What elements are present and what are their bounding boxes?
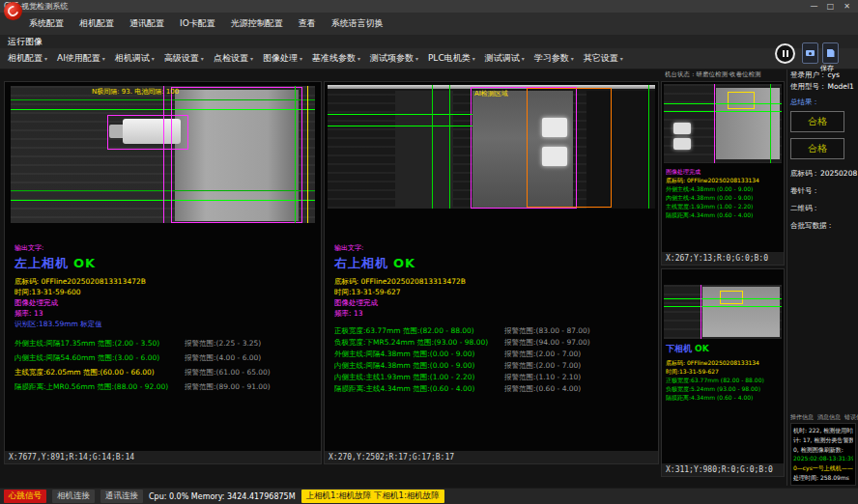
barcode-value: 20250208 (820, 169, 857, 178)
alarm-range: 报警范围:(89.00 - 91.00) (185, 379, 271, 394)
result-line: 下相机OK (666, 343, 709, 355)
toolbar-item[interactable]: AI使用配置▾ (57, 52, 105, 65)
minimize-button[interactable]: — (807, 1, 821, 13)
login-user-label: 登录用户： (790, 70, 827, 79)
stats-tab[interactable]: 操作信息 (790, 413, 814, 422)
measurement-row: 隔膜距离:主线4.34mm 范围:(0.60 - 4.00) 报警范围:(0.6… (334, 383, 652, 395)
camera-image-small-bottom[interactable] (664, 285, 782, 339)
alarm-range: 报警范围:(1.10 - 2.10) (504, 372, 581, 383)
logo-swirl-icon (6, 4, 20, 18)
roi-rect-magenta (171, 87, 302, 223)
menu-item[interactable]: 系统配置 (29, 17, 64, 30)
toolbar-item[interactable]: 测试项参数▾ (370, 52, 418, 65)
tab-run-image[interactable]: 运行图像 (8, 36, 43, 48)
result-box: 合格 (790, 138, 844, 159)
barcode-label: 底标码： (790, 169, 819, 178)
toolbar-item-label: 相机调试 (115, 52, 150, 65)
menu-item[interactable]: 相机配置 (79, 17, 114, 30)
menu-item[interactable]: 查看 (299, 17, 316, 30)
save-button[interactable] (822, 42, 839, 64)
toolbar-item[interactable]: 基准线参数▾ (312, 52, 360, 65)
heartbeat-indicator: 心跳信号 (4, 490, 46, 503)
measure-value: 外侧主线:间隔17.35mm 范围:(2.00 - 3.50) (14, 336, 185, 350)
model-label: 使用型号： (790, 82, 827, 91)
login-user-row: 登录用户：cys (790, 70, 856, 81)
toolbar-item[interactable]: 点检设置▾ (214, 52, 253, 65)
camera-link-indicator: 相机连接 (52, 490, 95, 503)
chevron-down-icon: ▾ (571, 55, 574, 62)
toolbar-item[interactable]: 其它设置▾ (584, 52, 623, 65)
chevron-down-icon: ▾ (522, 55, 525, 62)
small-text-line: 底标码: 0FFline20250208133134 (666, 358, 782, 367)
stats-log-line: 计: 17, 检测分类告警数: (793, 435, 853, 445)
menu-item[interactable]: 光源控制配置 (231, 17, 283, 30)
toolbar-item-label: AI使用配置 (57, 52, 100, 65)
measurement-row: 外侧主线:间隔17.35mm 范围:(2.00 - 3.50) 报警范围:(2.… (14, 336, 315, 350)
status-line: 图像处理完成 (334, 297, 652, 308)
small-text-line: 底标码: 0FFline20250208133134 (666, 176, 782, 184)
guide-line-green (664, 103, 782, 104)
time-line: 时间:13-31-59-600 (14, 287, 315, 297)
stats-log-line: 处理时间: 258.09ms (793, 473, 853, 483)
chevron-down-icon: ▾ (415, 55, 418, 62)
stats-tab[interactable]: 消息信息 (817, 413, 841, 422)
result-line: 右上相机OK (334, 255, 652, 272)
stats-log-line: 0—cys一号上线机——图像 (793, 463, 853, 473)
result-line: 左上相机OK (14, 255, 315, 272)
barcode-row: 底标码：20250208 (790, 168, 856, 180)
save-icon (827, 49, 835, 57)
small-text-line: 图像处理完成 (666, 167, 782, 176)
roi-rect-orange (527, 88, 612, 208)
camera-panel-small-bottom: 下相机OK 底标码: 0FFline20250208133134时间:13-31… (661, 268, 785, 477)
time-line: 时间:13-31-59-627 (334, 287, 652, 297)
measurement-row: 内侧主线:主线1.93mm 范围:(1.00 - 2.20) 报警范围:(1.1… (334, 372, 652, 383)
toolbar: 相机配置▾ AI使用配置▾ 相机调试▾ 高级设置▾ 点检设置▾ 图像处理▾ 基准… (0, 48, 858, 70)
tab-row: 运行图像 (0, 35, 858, 48)
machine-status-caption: 机台状态：研磨位检测·收卷位检测 (665, 70, 786, 79)
alarm-range: 报警范围:(2.00 - 7.00) (504, 349, 581, 360)
chevron-down-icon: ▾ (300, 55, 302, 62)
toolbar-item[interactable]: 相机调试▾ (115, 52, 155, 65)
toolbar-item[interactable]: 学习参数▾ (534, 52, 574, 65)
toolbar-item-label: 图像处理 (263, 52, 298, 65)
maximize-button[interactable]: □ (823, 1, 838, 13)
alarm-range: 报警范围:(4.00 - 6.00) (185, 350, 261, 365)
guide-line-magenta (714, 84, 715, 163)
guide-line-green (449, 85, 450, 209)
stats-tab[interactable]: 错误信息 (844, 413, 858, 422)
menu-item[interactable]: 通讯配置 (129, 17, 164, 30)
camera-image-right[interactable]: AI检测区域 (328, 85, 655, 209)
frequency-line: 频率: 13 (334, 308, 652, 319)
toolbar-item-label: 高级设置 (164, 52, 199, 65)
pause-button[interactable] (775, 43, 795, 64)
small-result-text: 底标码: 0FFline20250208133134时间:13-31-59-62… (666, 358, 782, 402)
guide-line-magenta (163, 86, 164, 223)
qr-label: 二维码： (790, 203, 856, 214)
batch-label: 合批写数据： (790, 220, 856, 232)
toolbar-item[interactable]: PLC电机类▾ (428, 52, 475, 65)
ai-region-label: AI检测区域 (474, 89, 508, 98)
toolbar-item[interactable]: 测试调试▾ (485, 52, 525, 65)
guide-line-green (664, 298, 782, 299)
menu-item[interactable]: 系统语言切换 (331, 17, 384, 30)
camera-image-small-top[interactable] (664, 84, 782, 163)
camera-image-left[interactable]: N极间隔: 93. 电池间隔: 100 (11, 86, 315, 223)
pixel-coordinates: X:311;Y:980;R:0;G:0;B:0 (662, 463, 784, 476)
panel-divider (786, 70, 787, 486)
measure-value: 主线宽度:62.05mm 范围:(60.00 - 66.00) (14, 365, 185, 379)
menu-item[interactable]: IO卡配置 (180, 17, 215, 30)
window-title: CYS-视觉检测系统 (4, 1, 807, 12)
toolbar-item[interactable]: 高级设置▾ (164, 52, 204, 65)
result-boxes: 合格合格 (790, 108, 856, 162)
roi-rect-magenta (107, 115, 188, 150)
toolbar-item-label: 相机配置 (8, 52, 43, 65)
camera-tool-button[interactable] (802, 42, 818, 64)
chevron-down-icon: ▾ (358, 55, 360, 62)
camera-panel-small-top: 图像处理完成底标码: 0FFline20250208133134外侧主线:4.3… (661, 81, 785, 266)
toolbar-item[interactable]: 图像处理▾ (263, 52, 302, 65)
close-button[interactable]: ✕ (840, 1, 854, 13)
measurement-row: 内侧主线:间隔54.60mm 范围:(3.00 - 6.00) 报警范围:(4.… (14, 350, 315, 365)
highlight-blob (673, 138, 691, 150)
chevron-down-icon: ▾ (44, 55, 47, 62)
toolbar-item[interactable]: 相机配置▾ (8, 52, 47, 65)
